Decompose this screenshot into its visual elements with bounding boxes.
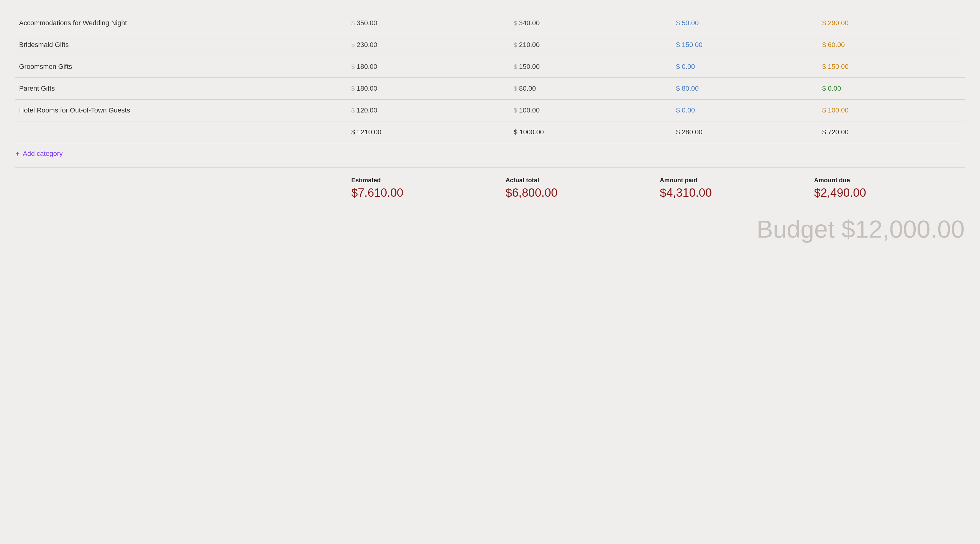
due-value: $2,490.00: [814, 186, 961, 200]
due-amount: $ 100.00: [822, 106, 849, 114]
summary-paid: Amount paid $4,310.00: [656, 177, 810, 200]
category-name: Groomsmen Gifts: [15, 56, 348, 78]
paid-amount: $ 0.00: [676, 106, 695, 114]
estimated-cell: $180.00: [348, 78, 510, 100]
paid-cell: $ 150.00: [672, 34, 819, 56]
summary-estimated: Estimated $7,610.00: [348, 177, 502, 200]
estimated-amount: 120.00: [356, 106, 377, 114]
dollar-icon: $: [514, 41, 517, 48]
estimated-cell: $120.00: [348, 100, 510, 121]
summary-section: Estimated $7,610.00 Actual total $6,800.…: [15, 167, 965, 200]
budget-display: Budget $12,000.00: [15, 209, 965, 243]
due-amount: $ 150.00: [822, 63, 849, 70]
dollar-icon: $: [351, 107, 355, 114]
paid-amount: $ 150.00: [676, 41, 703, 49]
actual-amount: 100.00: [519, 106, 539, 114]
actual-cell: $210.00: [510, 34, 672, 56]
totals-empty: [15, 121, 348, 143]
due-label: Amount due: [814, 177, 961, 184]
table-row: Parent Gifts $180.00 $80.00 $ 80.00 $ 0.…: [15, 78, 965, 100]
dollar-icon: $: [351, 85, 355, 92]
estimated-value: $7,610.00: [351, 186, 498, 200]
estimated-label: Estimated: [351, 177, 498, 184]
total-actual: $ 1000.00: [510, 121, 672, 143]
dollar-icon: $: [514, 63, 517, 70]
dollar-icon: $: [514, 20, 517, 27]
dollar-icon: $: [351, 63, 355, 70]
category-name: Hotel Rooms for Out-of-Town Guests: [15, 100, 348, 121]
actual-cell: $80.00: [510, 78, 672, 100]
due-cell: $ 100.00: [819, 100, 965, 121]
paid-amount: $ 80.00: [676, 84, 698, 92]
due-amount: $ 290.00: [822, 19, 849, 27]
category-name: Accommodations for Wedding Night: [15, 12, 348, 34]
estimated-amount: 230.00: [356, 41, 377, 49]
actual-value: $6,800.00: [506, 186, 652, 200]
paid-cell: $ 0.00: [672, 100, 819, 121]
total-paid: $ 280.00: [672, 121, 819, 143]
add-category-label: Add category: [23, 150, 63, 158]
due-cell: $ 0.00: [819, 78, 965, 100]
due-cell: $ 60.00: [819, 34, 965, 56]
table-row: Groomsmen Gifts $180.00 $150.00 $ 0.00 $…: [15, 56, 965, 78]
category-name: Bridesmaid Gifts: [15, 34, 348, 56]
totals-row: $ 1210.00 $ 1000.00 $ 280.00 $ 720.00: [15, 121, 965, 143]
category-name: Parent Gifts: [15, 78, 348, 100]
due-amount: $ 60.00: [822, 41, 845, 49]
paid-cell: $ 0.00: [672, 56, 819, 78]
estimated-amount: 350.00: [356, 19, 377, 27]
paid-cell: $ 50.00: [672, 12, 819, 34]
total-estimated: $ 1210.00: [348, 121, 510, 143]
dollar-icon: $: [514, 85, 517, 92]
paid-cell: $ 80.00: [672, 78, 819, 100]
table-row: Accommodations for Wedding Night $350.00…: [15, 12, 965, 34]
dollar-icon: $: [351, 41, 355, 48]
add-category-link[interactable]: + Add category: [15, 143, 965, 161]
dollar-icon: $: [351, 20, 355, 27]
due-cell: $ 290.00: [819, 12, 965, 34]
summary-due: Amount due $2,490.00: [810, 177, 965, 200]
actual-amount: 150.00: [519, 63, 539, 70]
total-due: $ 720.00: [819, 121, 965, 143]
plus-icon: +: [15, 149, 20, 158]
paid-amount: $ 0.00: [676, 63, 695, 70]
summary-actual: Actual total $6,800.00: [502, 177, 656, 200]
paid-label: Amount paid: [660, 177, 807, 184]
actual-cell: $100.00: [510, 100, 672, 121]
actual-amount: 340.00: [519, 19, 539, 27]
paid-amount: $ 50.00: [676, 19, 698, 27]
estimated-amount: 180.00: [356, 84, 377, 92]
due-cell: $ 150.00: [819, 56, 965, 78]
table-row: Hotel Rooms for Out-of-Town Guests $120.…: [15, 100, 965, 121]
table-row: Bridesmaid Gifts $230.00 $210.00 $ 150.0…: [15, 34, 965, 56]
paid-value: $4,310.00: [660, 186, 807, 200]
estimated-cell: $230.00: [348, 34, 510, 56]
estimated-amount: 180.00: [356, 63, 377, 70]
actual-amount: 80.00: [519, 84, 536, 92]
due-amount: $ 0.00: [822, 84, 841, 92]
budget-table: Accommodations for Wedding Night $350.00…: [15, 12, 965, 143]
estimated-cell: $180.00: [348, 56, 510, 78]
actual-label: Actual total: [506, 177, 652, 184]
actual-amount: 210.00: [519, 41, 539, 49]
actual-cell: $150.00: [510, 56, 672, 78]
dollar-icon: $: [514, 107, 517, 114]
estimated-cell: $350.00: [348, 12, 510, 34]
actual-cell: $340.00: [510, 12, 672, 34]
